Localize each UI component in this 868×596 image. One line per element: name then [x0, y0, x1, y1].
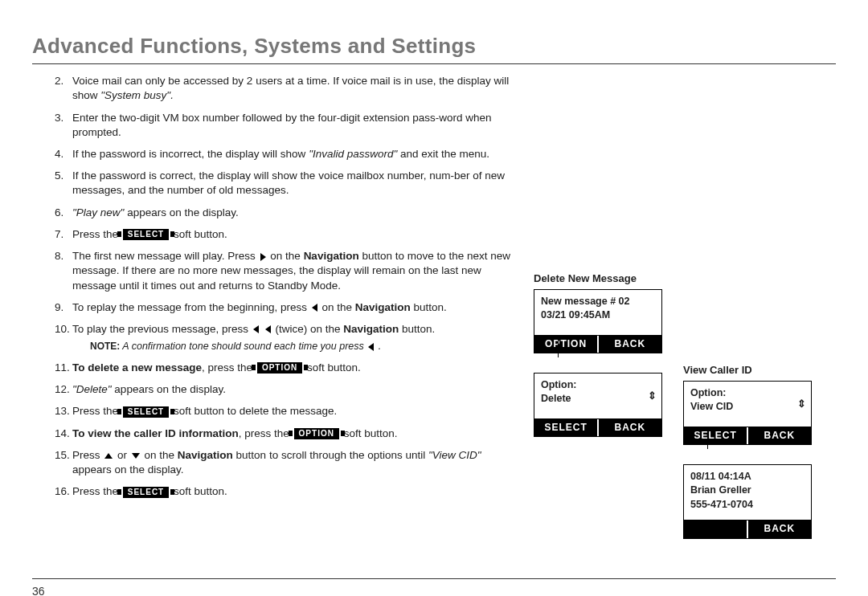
- step-text: Press the: [72, 405, 121, 417]
- step-text: Press: [72, 449, 103, 461]
- phone-screen-option-viewcid: Option: View CID ⇕ SELECT BACK: [683, 381, 812, 445]
- title-rule: [32, 63, 836, 64]
- softkey-option: OPTION: [534, 336, 597, 353]
- content-area: Voice mail can only be accessed by 2 use…: [32, 74, 836, 556]
- step-13: Press the SELECT soft button to delete t…: [55, 404, 514, 418]
- option-chip: OPTION: [294, 428, 339, 439]
- step-11: To delete a new message, press the OPTIO…: [55, 361, 514, 375]
- scroll-icon: ⇕: [797, 397, 806, 411]
- softkey-row: SELECT BACK: [684, 427, 811, 444]
- quoted-text: "System busy".: [100, 89, 174, 101]
- navigation-label: Navigation: [355, 301, 411, 313]
- softkey-empty: [684, 520, 747, 537]
- arrow-up-icon: [104, 453, 113, 459]
- phone-screen-option-delete: Option: Delete ⇕ SELECT BACK: [534, 373, 662, 437]
- step-text: or: [114, 449, 130, 461]
- step-text: soft button.: [170, 228, 227, 240]
- step-text: soft button.: [341, 427, 398, 439]
- step-text: button.: [399, 323, 435, 335]
- softkey-back: BACK: [748, 520, 811, 537]
- select-chip: SELECT: [123, 229, 169, 240]
- softkey-back: BACK: [748, 427, 811, 444]
- step-text: soft button to delete the message.: [170, 405, 337, 417]
- step-text: and exit the menu.: [397, 148, 489, 160]
- instruction-column: Voice mail can only be accessed by 2 use…: [32, 74, 526, 506]
- step-text: button to scroll through the options unt…: [233, 449, 428, 461]
- diagram-column: Delete New Message New message # 02 03/2…: [526, 74, 836, 556]
- navigation-label: Navigation: [304, 250, 359, 262]
- bold-lead: To view the caller ID information: [72, 427, 239, 439]
- connector-line: [558, 337, 559, 357]
- step-text: To replay the message from the beginning…: [72, 301, 310, 313]
- arrow-left-icon: [265, 325, 271, 333]
- step-text: appears on the display.: [112, 383, 226, 395]
- softkey-row: SELECT BACK: [534, 418, 661, 436]
- step-text: appears on the display.: [72, 463, 184, 476]
- step-text: To play the previous message, press: [72, 323, 252, 335]
- screen-line: Delete: [541, 392, 655, 406]
- step-14: To view the caller ID information, press…: [55, 427, 514, 441]
- step-text: soft button.: [170, 485, 227, 497]
- note-text: A confirmation tone should sound each ti…: [120, 341, 366, 352]
- arrow-left-icon: [312, 304, 317, 312]
- step-text: If the password is correct, the display …: [72, 169, 505, 196]
- note-label: NOTE:: [90, 341, 120, 352]
- step-text: (twice) on the: [272, 323, 344, 335]
- bold-lead: To delete a new message: [72, 361, 202, 374]
- softkey-back: BACK: [599, 336, 661, 353]
- screen-line: 08/11 04:14A: [690, 470, 805, 484]
- step-text: , press the: [239, 427, 293, 439]
- step-6: "Play new" appears on the display.: [55, 206, 514, 220]
- screen-body: 08/11 04:14A Brian Greller 555-471-0704: [684, 465, 811, 520]
- diagram-stack-delete: Delete New Message New message # 02 03/2…: [534, 271, 662, 443]
- step-text: appears on the display.: [124, 206, 238, 218]
- page-number: 36: [32, 584, 836, 596]
- softkey-row: BACK: [684, 520, 811, 537]
- screen-line: View CID: [690, 400, 805, 414]
- step-text: , press the: [202, 361, 256, 374]
- diagram-stack-caller-id: View Caller ID Option: View CID ⇕ SELECT…: [683, 363, 812, 545]
- screen-body: Option: Delete ⇕: [534, 374, 661, 418]
- phone-screen-caller-info: 08/11 04:14A Brian Greller 555-471-0704 …: [683, 464, 812, 539]
- arrow-down-icon: [132, 453, 140, 459]
- option-chip: OPTION: [257, 362, 302, 374]
- screen-line: Option:: [541, 378, 655, 393]
- scroll-icon: ⇕: [648, 389, 657, 403]
- step-text: The first new message will play. Press: [72, 250, 259, 262]
- step-9: To replay the message from the beginning…: [55, 300, 514, 315]
- screen-line: New message # 02: [541, 295, 655, 309]
- step-text: on the: [268, 250, 304, 262]
- navigation-label: Navigation: [343, 323, 399, 335]
- screen-line: 555-471-0704: [690, 498, 805, 512]
- footer-rule: [32, 578, 836, 579]
- select-chip: SELECT: [123, 487, 169, 498]
- screen-body: New message # 02 03/21 09:45AM: [534, 290, 661, 335]
- step-text: Enter the two-digit VM box number follow…: [72, 112, 492, 138]
- screen-line: Option:: [690, 386, 805, 401]
- step-15: Press or on the Navigation button to scr…: [55, 448, 514, 477]
- step-text: on the: [141, 449, 178, 461]
- quoted-text: "Invalid password": [309, 148, 397, 160]
- diagram-title: View Caller ID: [683, 363, 812, 378]
- quoted-text: "Delete": [72, 383, 112, 395]
- step-text: button.: [411, 301, 447, 313]
- diagram-title: Delete New Message: [534, 271, 662, 286]
- step-2: Voice mail can only be accessed by 2 use…: [55, 74, 514, 103]
- arrow-left-icon: [253, 325, 259, 333]
- step-text: on the: [319, 301, 355, 313]
- step-16: Press the SELECT soft button.: [55, 484, 514, 499]
- quoted-text: "View CID": [428, 449, 481, 461]
- connector-line: [707, 428, 708, 449]
- step-text: Press the: [72, 485, 121, 497]
- softkey-back: BACK: [599, 419, 661, 436]
- instruction-list: Voice mail can only be accessed by 2 use…: [32, 74, 514, 499]
- step-text: Press the: [72, 228, 121, 240]
- softkey-row: OPTION BACK: [534, 335, 661, 353]
- screen-line: Brian Greller: [690, 484, 805, 498]
- note-block: NOTE: A confirmation tone should sound e…: [90, 340, 514, 353]
- step-text: soft button.: [304, 361, 361, 374]
- step-3: Enter the two-digit VM box number follow…: [55, 111, 514, 140]
- softkey-select: SELECT: [534, 419, 597, 436]
- quoted-text: "Play new": [72, 206, 124, 218]
- step-5: If the password is correct, the display …: [55, 169, 514, 198]
